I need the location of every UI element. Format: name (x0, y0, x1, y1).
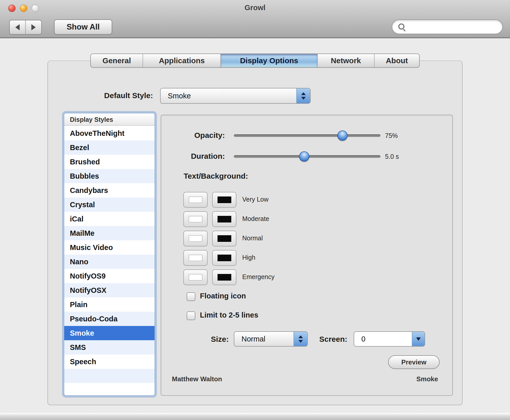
default-style-value: Smoke (168, 88, 191, 103)
background-color-well-emergency[interactable] (212, 269, 236, 285)
list-item-speech[interactable]: Speech (64, 355, 155, 369)
back-button[interactable] (10, 20, 26, 34)
floating-icon-checkbox[interactable] (187, 292, 195, 301)
tab-about[interactable]: About (375, 54, 419, 67)
forward-arrow-icon (31, 24, 36, 30)
priority-label-normal: Normal (242, 234, 263, 242)
forward-button[interactable] (26, 20, 41, 34)
list-item-brushed[interactable]: Brushed (64, 155, 155, 169)
search-icon (398, 23, 404, 30)
size-value: Normal (241, 332, 265, 346)
back-arrow-icon (15, 24, 20, 30)
text-color-swatch (189, 255, 202, 261)
list-item-empty (64, 369, 155, 383)
list-item-bubbles[interactable]: Bubbles (64, 169, 155, 183)
list-item-notifyosx[interactable]: NotifyOSX (64, 283, 155, 297)
tab-general[interactable]: General (91, 54, 143, 67)
selected-style-name: Smoke (416, 375, 438, 383)
text-color-well-high[interactable] (183, 250, 208, 266)
background-color-well-normal[interactable] (212, 231, 236, 246)
text-color-swatch (189, 216, 202, 222)
display-styles-rows: AboveTheNightBezelBrushedBubblesCandybar… (64, 126, 155, 395)
text-color-well-normal[interactable] (183, 231, 208, 246)
list-item-candybars[interactable]: Candybars (64, 183, 155, 198)
screen-label: Screen: (312, 335, 347, 344)
limit-to-2-5-lines-checkbox[interactable] (187, 311, 195, 320)
style-author: Matthew Walton (172, 375, 222, 383)
text-background-label: Text/Background: (184, 172, 248, 180)
display-styles-column-header[interactable]: Display Styles (64, 113, 155, 126)
list-item-sms[interactable]: SMS (64, 340, 155, 355)
size-updown-arrows-icon (294, 332, 307, 346)
screen-value: 0 (361, 332, 365, 346)
text-color-swatch (189, 274, 202, 281)
background-color-swatch (218, 196, 231, 203)
list-item-mailme[interactable]: MailMe (64, 226, 155, 240)
list-item-bezel[interactable]: Bezel (64, 140, 155, 155)
list-item-pseudo-coda[interactable]: Pseudo-Coda (64, 312, 155, 326)
text-color-well-moderate[interactable] (183, 211, 208, 227)
list-item-notifyos9[interactable]: NotifyOS9 (64, 269, 155, 283)
duration-label: Duration: (161, 152, 225, 161)
priority-label-very-low: Very Low (242, 196, 269, 203)
opacity-label: Opacity: (161, 131, 225, 140)
tab-display-options[interactable]: Display Options (221, 54, 318, 67)
opacity-slider-thumb[interactable] (337, 130, 348, 141)
titlebar[interactable]: Growl Show All (0, 0, 510, 38)
size-popup[interactable]: Normal (234, 331, 308, 347)
duration-slider-thumb[interactable] (299, 151, 309, 162)
window-title: Growl (0, 4, 510, 12)
background-color-well-moderate[interactable] (212, 211, 236, 227)
tab-bar: GeneralApplicationsDisplay OptionsNetwor… (90, 54, 420, 68)
content-area: GeneralApplicationsDisplay OptionsNetwor… (0, 39, 510, 413)
background-color-swatch (218, 235, 231, 242)
text-color-well-very-low[interactable] (183, 192, 208, 208)
tab-applications[interactable]: Applications (143, 54, 221, 67)
tab-network[interactable]: Network (318, 54, 374, 67)
display-styles-list: Display Styles AboveTheNightBezelBrushed… (64, 113, 155, 396)
priority-label-moderate: Moderate (242, 215, 269, 222)
search-input[interactable] (407, 21, 498, 33)
growl-preferences-window: Growl Show All GeneralApplicationsDispla… (0, 0, 510, 420)
list-item-crystal[interactable]: Crystal (64, 198, 155, 212)
background-color-swatch (218, 274, 231, 281)
display-options-panel: Opacity: 75% Duration: 5.0 s Text/Backgr… (161, 115, 453, 396)
text-color-swatch (189, 235, 202, 242)
list-item-abovethenight[interactable]: AboveTheNight (64, 126, 155, 140)
nav-buttons (9, 20, 42, 35)
show-all-button[interactable]: Show All (54, 19, 112, 35)
list-item-plain[interactable]: Plain (64, 297, 155, 312)
text-color-swatch (189, 196, 202, 203)
screen-dropdown-arrow-icon (412, 332, 425, 346)
priority-label-emergency: Emergency (242, 273, 274, 281)
background-color-swatch (218, 216, 231, 222)
window-bottom-edge (0, 413, 510, 420)
opacity-slider-track[interactable] (234, 134, 380, 137)
size-label: Size: (188, 335, 229, 344)
popup-updown-arrows-icon (296, 88, 310, 103)
background-color-well-very-low[interactable] (212, 192, 236, 208)
floating-icon-checkbox-label[interactable]: Floating icon (200, 292, 246, 300)
opacity-value: 75% (385, 132, 423, 139)
background-color-well-high[interactable] (212, 250, 236, 266)
limit-to-2-5-lines-checkbox-label[interactable]: Limit to 2-5 lines (200, 311, 258, 319)
list-item-smoke[interactable]: Smoke (64, 326, 155, 340)
preview-button[interactable]: Preview (388, 355, 440, 369)
duration-value: 5.0 s (385, 153, 423, 160)
list-item-empty (64, 383, 155, 395)
default-style-label: Default Style: (61, 91, 153, 100)
priority-label-high: High (242, 254, 255, 261)
default-style-popup[interactable]: Smoke (160, 88, 311, 104)
screen-combo[interactable]: 0 (354, 331, 425, 347)
background-color-swatch (218, 255, 231, 261)
search-field[interactable] (392, 19, 503, 34)
list-item-nano[interactable]: Nano (64, 255, 155, 269)
list-item-ical[interactable]: iCal (64, 212, 155, 226)
text-color-well-emergency[interactable] (183, 269, 208, 285)
list-item-music-video[interactable]: Music Video (64, 240, 155, 255)
